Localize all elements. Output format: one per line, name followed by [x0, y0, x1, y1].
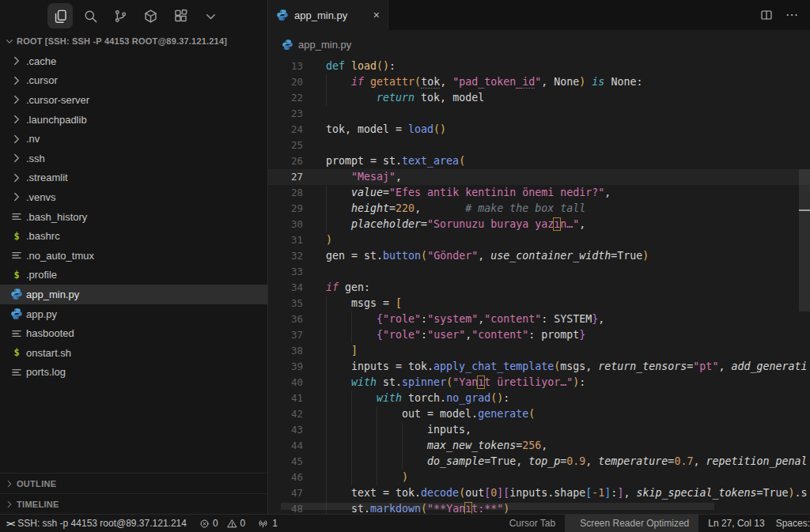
sidebar-item-app-py[interactable]: app.py	[0, 304, 267, 324]
line-content: "Mesaj",	[303, 169, 402, 185]
item-label: hasbooted	[26, 327, 74, 339]
screen-reader-label: Screen Reader Optimized	[580, 518, 689, 529]
line-content: out = model.generate(	[303, 406, 535, 422]
sidebar-item-app-min-py[interactable]: app_min.py	[0, 285, 267, 304]
code-line-38[interactable]: 38 ]	[268, 343, 810, 359]
code-line-23[interactable]: 23	[268, 106, 810, 122]
line-number: 25	[268, 138, 303, 153]
line-content: height=220, # make the box tall	[303, 201, 585, 217]
more-actions-icon[interactable]: ⋯	[785, 11, 799, 19]
item-label: .cache	[26, 55, 56, 67]
close-icon[interactable]: ×	[373, 9, 380, 21]
tab-label: app_min.py	[294, 9, 347, 21]
code-line-45[interactable]: 45 do_sample=True, top_p=0.9, temperatur…	[268, 454, 810, 470]
file-icon	[9, 326, 24, 341]
code-line-35[interactable]: 35 msgs = [	[268, 296, 810, 311]
code-line-22[interactable]: 22 return tok, model	[268, 90, 810, 106]
line-content: inputs = tok.apply_chat_template(msgs, r…	[303, 359, 807, 375]
code-line-13[interactable]: 13def load():	[268, 58, 810, 74]
remote-icon: ><	[6, 519, 13, 529]
sidebar-item-venvs[interactable]: .venvs	[0, 187, 267, 207]
cursor-tab-status[interactable]: Cursor Tab	[500, 518, 565, 529]
explorer-root-header[interactable]: ROOT [SSH: SSH -P 44153 ROOT@89.37.121.2…	[0, 32, 267, 51]
chevron-right-icon	[4, 499, 15, 510]
code-line-40[interactable]: 40 with st.spinner("Yanıt üretiliyor…"):	[268, 375, 810, 391]
line-number: 33	[268, 264, 303, 280]
vertical-scrollbar-thumb[interactable]	[799, 169, 810, 311]
code-line-26[interactable]: 26prompt = st.text_area(	[268, 153, 810, 169]
line-number: 47	[268, 485, 303, 501]
section-outline[interactable]: OUTLINE	[0, 473, 267, 493]
sidebar-item-profile[interactable]: $.profile	[0, 266, 267, 285]
problems-indicator[interactable]: 0 0	[199, 518, 245, 529]
breadcrumb[interactable]: app_min.py	[268, 30, 810, 58]
source-control-icon[interactable]	[108, 3, 133, 28]
remote-indicator[interactable]: >< SSH: ssh -p 44153 root@89.37.121.214	[6, 518, 187, 529]
file-tree: .cache.cursor.cursor-server.launchpadlib…	[0, 51, 267, 382]
code-line-28[interactable]: 28 value="Efes antik kentinin önemi nedi…	[268, 185, 810, 201]
line-content: max_new_tokens=256,	[303, 438, 547, 454]
sidebar: ROOT [SSH: SSH -P 44153 ROOT@89.37.121.2…	[0, 0, 268, 514]
code-line-20[interactable]: 20 if getattr(tok, "pad_token_id", None)…	[268, 74, 810, 90]
chevron-right-icon	[4, 478, 15, 489]
sidebar-item-ssh[interactable]: .ssh	[0, 149, 267, 168]
code-line-42[interactable]: 42 out = model.generate(	[268, 406, 810, 422]
horizontal-scrollbar-thumb[interactable]	[281, 503, 714, 510]
section-timeline[interactable]: TIMELINE	[0, 493, 267, 514]
line-content: {"role":"system","content": SYSTEM},	[303, 311, 604, 327]
sidebar-item-bash-history[interactable]: .bash_history	[0, 207, 267, 227]
split-editor-icon[interactable]	[760, 9, 773, 21]
line-content: do_sample=True, top_p=0.9, temperature=0…	[303, 454, 808, 470]
cursor-position[interactable]: Ln 27, Col 13	[698, 518, 774, 529]
item-label: .bash_history	[26, 211, 87, 223]
code-line-37[interactable]: 37 {"role":"user","content": prompt}	[268, 327, 810, 343]
remote-label: SSH: ssh -p 44153 root@89.37.121.214	[17, 518, 187, 529]
code-line-24[interactable]: 24tok, model = load()	[268, 122, 810, 138]
explorer-icon[interactable]	[47, 3, 73, 28]
file-icon	[9, 248, 24, 262]
code-line-41[interactable]: 41 with torch.no_grad():	[268, 391, 810, 406]
screen-reader-status[interactable]: Screen Reader Optimized	[565, 515, 698, 532]
line-number: 38	[268, 343, 303, 359]
tab-app-min-py[interactable]: app_min.py ×	[268, 0, 388, 30]
code-line-33[interactable]: 33	[268, 264, 810, 280]
code-line-39[interactable]: 39 inputs = tok.apply_chat_template(msgs…	[268, 359, 810, 375]
code-line-36[interactable]: 36 {"role":"system","content": SYSTEM},	[268, 311, 810, 327]
code-editor[interactable]: 13def load():20 if getattr(tok, "pad_tok…	[268, 58, 810, 514]
code-line-43[interactable]: 43 inputs,	[268, 422, 810, 438]
code-line-34[interactable]: 34if gen:	[268, 280, 810, 296]
ports-indicator[interactable]: 1	[258, 518, 278, 529]
sidebar-item-cursor[interactable]: .cursor	[0, 71, 267, 91]
line-content	[303, 106, 326, 122]
code-line-44[interactable]: 44 max_new_tokens=256,	[268, 438, 810, 454]
cube-icon[interactable]	[138, 3, 163, 28]
code-line-30[interactable]: 30 placeholder="Sorunuzu buraya yazın…",	[268, 217, 810, 232]
sidebar-item-hasbooted[interactable]: hasbooted	[0, 323, 267, 343]
sidebar-item-cache[interactable]: .cache	[0, 51, 267, 71]
extensions-icon[interactable]	[168, 3, 193, 28]
sidebar-item-streamlit[interactable]: .streamlit	[0, 168, 267, 188]
radio-tower-icon	[258, 519, 268, 529]
line-number: 35	[268, 296, 303, 311]
editor-actions: ⋯	[760, 0, 810, 30]
line-number: 41	[268, 391, 303, 406]
chevron-down-icon[interactable]	[198, 3, 223, 28]
sidebar-item-no-auto-tmux[interactable]: .no_auto_tmux	[0, 246, 267, 266]
sidebar-item-bashrc[interactable]: $.bashrc	[0, 226, 267, 246]
sidebar-item-onstart-sh[interactable]: $onstart.sh	[0, 343, 267, 363]
code-line-31[interactable]: 31)	[268, 232, 810, 248]
indent-status[interactable]: Spaces:	[774, 518, 810, 529]
code-line-46[interactable]: 46 )	[268, 470, 810, 485]
sidebar-item-launchpadlib[interactable]: .launchpadlib	[0, 110, 267, 130]
code-line-27[interactable]: 27 "Mesaj",	[268, 169, 810, 185]
sidebar-item-ports-log[interactable]: ports.log	[0, 363, 267, 383]
code-line-32[interactable]: 32gen = st.button("Gönder", use_containe…	[268, 248, 810, 264]
code-line-29[interactable]: 29 height=220, # make the box tall	[268, 201, 810, 217]
sidebar-item-nv[interactable]: .nv	[0, 129, 267, 149]
code-line-47[interactable]: 47 text = tok.decode(out[0][inputs.shape…	[268, 485, 810, 501]
overview-ruler-cursor-mark	[799, 209, 810, 211]
code-line-25[interactable]: 25	[268, 138, 810, 153]
item-label: .cursor-server	[26, 94, 89, 106]
sidebar-item-cursor-server[interactable]: .cursor-server	[0, 90, 267, 110]
search-icon[interactable]	[78, 3, 103, 28]
